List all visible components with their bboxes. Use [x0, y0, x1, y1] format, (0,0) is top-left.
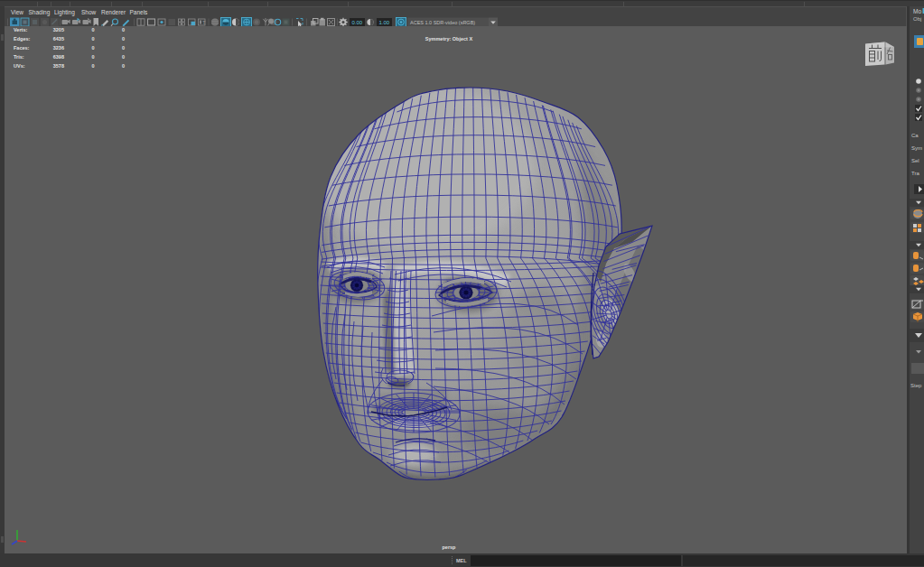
svg-text:3205: 3205	[53, 27, 64, 33]
svg-text:Symmetry: Object X: Symmetry: Object X	[425, 36, 473, 42]
svg-text:0: 0	[122, 45, 125, 51]
svg-text:0: 0	[122, 27, 125, 33]
svg-text:3578: 3578	[53, 63, 64, 69]
svg-text:0.00: 0.00	[352, 20, 363, 25]
svg-text:6435: 6435	[53, 36, 64, 42]
svg-text:Tris:: Tris:	[14, 54, 24, 60]
svg-text:0: 0	[122, 36, 125, 42]
svg-text:UVs:: UVs:	[14, 63, 25, 69]
svg-text:0: 0	[91, 36, 94, 42]
svg-text:Sel: Sel	[911, 158, 919, 163]
svg-text:Sym: Sym	[911, 145, 922, 151]
svg-text:0: 0	[122, 63, 125, 69]
svg-text:Edges:: Edges:	[14, 36, 31, 42]
svg-text:0: 0	[91, 27, 94, 33]
svg-text:0: 0	[91, 45, 94, 51]
svg-text:Ca: Ca	[911, 133, 919, 138]
svg-text:Tra: Tra	[911, 171, 919, 176]
svg-text:Mo: Mo	[913, 8, 921, 14]
svg-text:0: 0	[91, 63, 94, 69]
svg-text:Faces:: Faces:	[14, 45, 30, 51]
svg-text:1.00: 1.00	[379, 20, 390, 25]
svg-text:6398: 6398	[53, 54, 64, 60]
svg-text:persp: persp	[443, 544, 457, 550]
svg-text:T: T	[202, 20, 206, 26]
svg-text:Step: Step	[910, 383, 922, 388]
svg-text:Verts:: Verts:	[14, 27, 27, 33]
svg-text:0: 0	[122, 54, 125, 60]
svg-text:ACES 1.0 SDR-video (sRGB): ACES 1.0 SDR-video (sRGB)	[410, 20, 475, 25]
svg-text:0: 0	[91, 54, 94, 60]
svg-text:3236: 3236	[53, 45, 64, 51]
svg-text:Obj: Obj	[913, 16, 921, 22]
